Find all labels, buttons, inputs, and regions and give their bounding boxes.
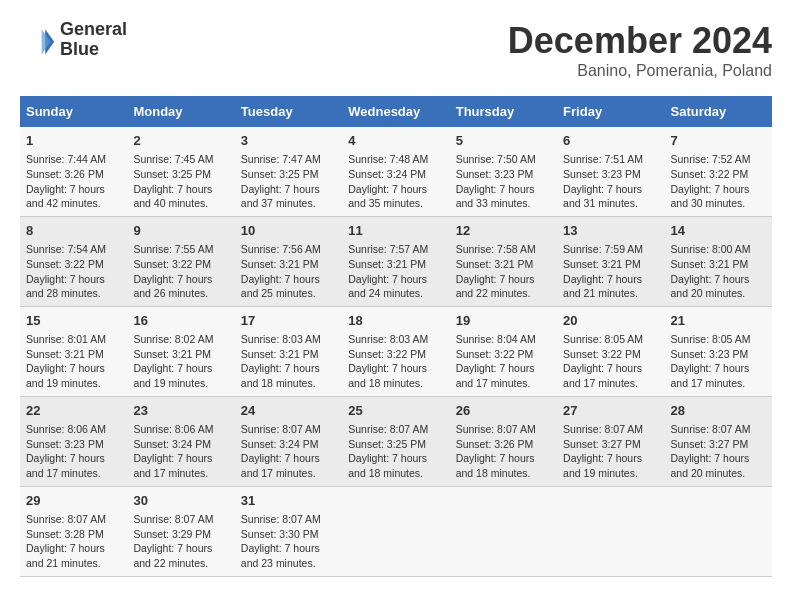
week-row-1: 1Sunrise: 7:44 AMSunset: 3:26 PMDaylight…	[20, 127, 772, 216]
calendar-cell: 4Sunrise: 7:48 AMSunset: 3:24 PMDaylight…	[342, 127, 449, 216]
sunset-text: Sunset: 3:21 PM	[671, 257, 766, 272]
sunset-text: Sunset: 3:24 PM	[348, 167, 443, 182]
sunset-text: Sunset: 3:22 PM	[26, 257, 121, 272]
sunset-text: Sunset: 3:21 PM	[133, 347, 228, 362]
day-number: 15	[26, 312, 121, 330]
calendar-cell: 27Sunrise: 8:07 AMSunset: 3:27 PMDayligh…	[557, 396, 664, 486]
sunrise-text: Sunrise: 8:07 AM	[26, 512, 121, 527]
header-cell-thursday: Thursday	[450, 96, 557, 127]
calendar-cell: 13Sunrise: 7:59 AMSunset: 3:21 PMDayligh…	[557, 216, 664, 306]
week-row-5: 29Sunrise: 8:07 AMSunset: 3:28 PMDayligh…	[20, 486, 772, 576]
daylight-text: Daylight: 7 hours and 18 minutes.	[348, 361, 443, 390]
day-number: 16	[133, 312, 228, 330]
sunset-text: Sunset: 3:22 PM	[348, 347, 443, 362]
day-number: 12	[456, 222, 551, 240]
logo: General Blue	[20, 20, 127, 60]
daylight-text: Daylight: 7 hours and 21 minutes.	[563, 272, 658, 301]
header-row: SundayMondayTuesdayWednesdayThursdayFrid…	[20, 96, 772, 127]
daylight-text: Daylight: 7 hours and 22 minutes.	[133, 541, 228, 570]
sunset-text: Sunset: 3:22 PM	[671, 167, 766, 182]
sunrise-text: Sunrise: 8:07 AM	[671, 422, 766, 437]
daylight-text: Daylight: 7 hours and 20 minutes.	[671, 451, 766, 480]
sunrise-text: Sunrise: 8:05 AM	[671, 332, 766, 347]
page-header: General Blue December 2024 Banino, Pomer…	[20, 20, 772, 80]
calendar-cell: 7Sunrise: 7:52 AMSunset: 3:22 PMDaylight…	[665, 127, 772, 216]
day-number: 4	[348, 132, 443, 150]
week-row-4: 22Sunrise: 8:06 AMSunset: 3:23 PMDayligh…	[20, 396, 772, 486]
title-block: December 2024 Banino, Pomerania, Poland	[508, 20, 772, 80]
daylight-text: Daylight: 7 hours and 21 minutes.	[26, 541, 121, 570]
sunset-text: Sunset: 3:26 PM	[456, 437, 551, 452]
day-number: 21	[671, 312, 766, 330]
day-number: 14	[671, 222, 766, 240]
calendar-cell: 20Sunrise: 8:05 AMSunset: 3:22 PMDayligh…	[557, 306, 664, 396]
daylight-text: Daylight: 7 hours and 18 minutes.	[348, 451, 443, 480]
calendar-cell: 23Sunrise: 8:06 AMSunset: 3:24 PMDayligh…	[127, 396, 234, 486]
day-number: 3	[241, 132, 336, 150]
sunset-text: Sunset: 3:30 PM	[241, 527, 336, 542]
calendar-cell: 2Sunrise: 7:45 AMSunset: 3:25 PMDaylight…	[127, 127, 234, 216]
sunset-text: Sunset: 3:29 PM	[133, 527, 228, 542]
sunset-text: Sunset: 3:23 PM	[563, 167, 658, 182]
daylight-text: Daylight: 7 hours and 30 minutes.	[671, 182, 766, 211]
sunrise-text: Sunrise: 8:01 AM	[26, 332, 121, 347]
logo-text: General Blue	[60, 20, 127, 60]
sunset-text: Sunset: 3:25 PM	[348, 437, 443, 452]
sunrise-text: Sunrise: 8:05 AM	[563, 332, 658, 347]
sunset-text: Sunset: 3:21 PM	[26, 347, 121, 362]
daylight-text: Daylight: 7 hours and 17 minutes.	[456, 361, 551, 390]
sunset-text: Sunset: 3:23 PM	[456, 167, 551, 182]
calendar-cell: 14Sunrise: 8:00 AMSunset: 3:21 PMDayligh…	[665, 216, 772, 306]
sunrise-text: Sunrise: 8:00 AM	[671, 242, 766, 257]
day-number: 13	[563, 222, 658, 240]
sunset-text: Sunset: 3:22 PM	[563, 347, 658, 362]
daylight-text: Daylight: 7 hours and 24 minutes.	[348, 272, 443, 301]
sunset-text: Sunset: 3:21 PM	[563, 257, 658, 272]
day-number: 8	[26, 222, 121, 240]
calendar-cell: 15Sunrise: 8:01 AMSunset: 3:21 PMDayligh…	[20, 306, 127, 396]
sunrise-text: Sunrise: 8:02 AM	[133, 332, 228, 347]
sunset-text: Sunset: 3:21 PM	[456, 257, 551, 272]
logo-icon	[20, 22, 56, 58]
sunset-text: Sunset: 3:24 PM	[241, 437, 336, 452]
day-number: 24	[241, 402, 336, 420]
day-number: 23	[133, 402, 228, 420]
day-number: 18	[348, 312, 443, 330]
header-cell-monday: Monday	[127, 96, 234, 127]
day-number: 6	[563, 132, 658, 150]
sunrise-text: Sunrise: 8:07 AM	[241, 512, 336, 527]
daylight-text: Daylight: 7 hours and 19 minutes.	[133, 361, 228, 390]
daylight-text: Daylight: 7 hours and 17 minutes.	[563, 361, 658, 390]
header-cell-tuesday: Tuesday	[235, 96, 342, 127]
sunrise-text: Sunrise: 8:03 AM	[348, 332, 443, 347]
daylight-text: Daylight: 7 hours and 17 minutes.	[241, 451, 336, 480]
calendar-body: 1Sunrise: 7:44 AMSunset: 3:26 PMDaylight…	[20, 127, 772, 576]
day-number: 22	[26, 402, 121, 420]
calendar-header: SundayMondayTuesdayWednesdayThursdayFrid…	[20, 96, 772, 127]
day-number: 28	[671, 402, 766, 420]
sunrise-text: Sunrise: 8:06 AM	[26, 422, 121, 437]
calendar-cell: 17Sunrise: 8:03 AMSunset: 3:21 PMDayligh…	[235, 306, 342, 396]
sunrise-text: Sunrise: 7:50 AM	[456, 152, 551, 167]
sunrise-text: Sunrise: 7:58 AM	[456, 242, 551, 257]
calendar-cell: 16Sunrise: 8:02 AMSunset: 3:21 PMDayligh…	[127, 306, 234, 396]
day-number: 17	[241, 312, 336, 330]
daylight-text: Daylight: 7 hours and 35 minutes.	[348, 182, 443, 211]
sunset-text: Sunset: 3:22 PM	[456, 347, 551, 362]
sunrise-text: Sunrise: 7:47 AM	[241, 152, 336, 167]
sunset-text: Sunset: 3:22 PM	[133, 257, 228, 272]
sunset-text: Sunset: 3:24 PM	[133, 437, 228, 452]
week-row-3: 15Sunrise: 8:01 AMSunset: 3:21 PMDayligh…	[20, 306, 772, 396]
day-number: 7	[671, 132, 766, 150]
header-cell-sunday: Sunday	[20, 96, 127, 127]
day-number: 10	[241, 222, 336, 240]
calendar-cell	[450, 486, 557, 576]
sunrise-text: Sunrise: 7:48 AM	[348, 152, 443, 167]
calendar-cell	[665, 486, 772, 576]
day-number: 25	[348, 402, 443, 420]
calendar-cell: 24Sunrise: 8:07 AMSunset: 3:24 PMDayligh…	[235, 396, 342, 486]
sunrise-text: Sunrise: 8:04 AM	[456, 332, 551, 347]
day-number: 9	[133, 222, 228, 240]
calendar-cell: 1Sunrise: 7:44 AMSunset: 3:26 PMDaylight…	[20, 127, 127, 216]
sunrise-text: Sunrise: 8:03 AM	[241, 332, 336, 347]
